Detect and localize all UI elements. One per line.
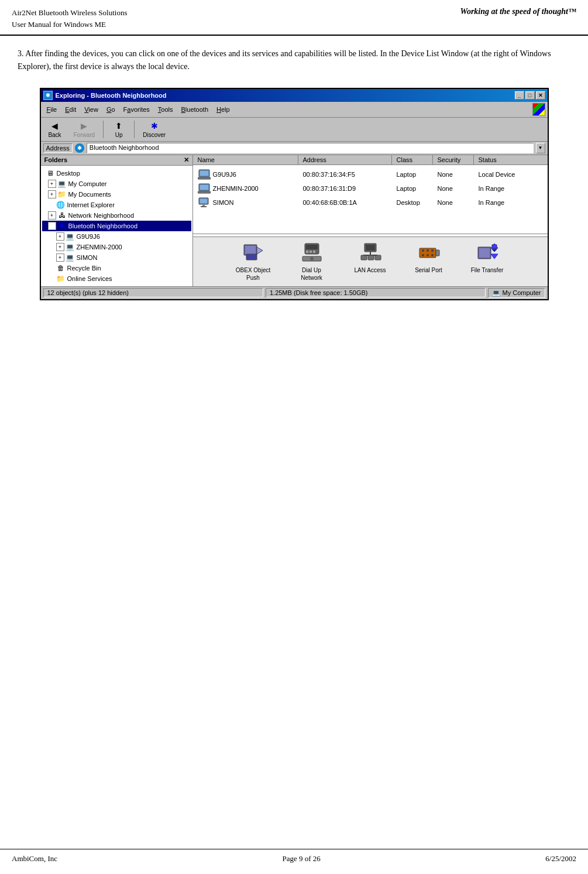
menu-view[interactable]: View: [81, 105, 102, 114]
service-dialup[interactable]: Dial Up Network: [291, 242, 332, 282]
back-icon: ◀: [49, 121, 61, 131]
main-content: 3. After finding the devices, you can cl…: [0, 42, 588, 335]
tree-item-network[interactable]: + 🖧 Network Neighborhood: [42, 210, 191, 221]
tree-item-g9u9j6[interactable]: + 💻 G9U9J6: [42, 231, 191, 242]
network-label: Network Neighborhood: [68, 212, 135, 219]
discover-label: Discover: [143, 132, 166, 138]
simon-icon: 💻: [66, 253, 75, 262]
folders-close-button[interactable]: ✕: [184, 156, 189, 164]
desktop-label: Desktop: [57, 170, 80, 177]
tree-item-my-computer[interactable]: + 💻 My Computer: [42, 179, 191, 189]
device-name-g9u9j6: G9U9J6: [213, 171, 236, 178]
menu-favorites[interactable]: Favorites: [120, 105, 153, 114]
maximize-button[interactable]: □: [525, 91, 535, 100]
network-expand[interactable]: +: [48, 211, 56, 220]
zhenmin-expand[interactable]: +: [56, 243, 64, 251]
col-header-status[interactable]: Status: [474, 155, 548, 164]
menu-tools[interactable]: Tools: [154, 105, 177, 114]
footer-date: 6/25/2002: [545, 854, 576, 863]
tree-item-online[interactable]: 📁 Online Services: [42, 273, 191, 284]
tree-item-recycle[interactable]: 🗑 Recycle Bin: [42, 263, 191, 273]
laptop-icon-zhenmin: [198, 183, 211, 194]
device-class-g9u9j6: Laptop: [394, 171, 435, 178]
address-bt-icon: ✱: [75, 143, 84, 153]
tree-item-my-documents[interactable]: + 📁 My Documents: [42, 189, 191, 200]
address-field[interactable]: Bluetooth Neighborhood: [87, 143, 534, 153]
window-title: Exploring - Bluetooth Neighborhood: [56, 92, 167, 99]
col-header-security[interactable]: Security: [433, 155, 474, 164]
service-serial[interactable]: Serial Port: [408, 242, 449, 282]
footer-company: AmbiCom, Inc: [12, 854, 57, 863]
discover-button[interactable]: ✱ Discover: [138, 119, 170, 139]
svg-rect-5: [198, 191, 211, 193]
bluetooth-expand[interactable]: -: [48, 222, 56, 230]
my-computer-status-label: My Computer: [502, 289, 541, 296]
svg-point-34: [431, 254, 434, 256]
folder-panel: Folders ✕ 🖥 Desktop + 💻 My: [41, 155, 193, 286]
svg-point-33: [427, 254, 429, 256]
manual-name: User Manual for Windows ME: [12, 19, 127, 30]
tree-item-bluetooth[interactable]: - ✱ Bluetooth Neighborhood: [42, 221, 191, 231]
title-controls[interactable]: _ □ ✕: [515, 91, 545, 100]
svg-rect-35: [436, 250, 439, 256]
tree-item-desktop[interactable]: 🖥 Desktop: [42, 168, 191, 179]
toolbar-separator-2: [134, 121, 135, 138]
tree-item-ie[interactable]: 🌐 Internet Explorer: [42, 200, 191, 210]
device-security-g9u9j6: None: [435, 171, 476, 178]
svg-rect-17: [310, 251, 312, 253]
toolbar-separator-1: [103, 121, 104, 138]
obex-label: OBEX Object Push: [233, 266, 274, 282]
tree-item-zhenmin[interactable]: + 💻 ZHENMIN-2000: [42, 242, 191, 252]
file-list: G9U9J6 00:80:37:16:34:F5 Laptop None Loc…: [193, 165, 548, 231]
back-button[interactable]: ◀ Back: [43, 119, 67, 139]
minimize-button[interactable]: _: [515, 91, 524, 100]
device-address-simon: 00:40:68:6B:0B:1A: [301, 199, 394, 206]
svg-point-31: [431, 249, 434, 252]
menu-bar: File Edit View Go Favorites Tools Blueto…: [41, 102, 548, 118]
tree-item-simon[interactable]: + 💻 SIMON: [42, 252, 191, 263]
menu-bluetooth[interactable]: Bluetooth: [178, 105, 212, 114]
close-button[interactable]: ✕: [536, 91, 545, 100]
col-header-name[interactable]: Name: [193, 155, 298, 164]
device-address-zhenmin: 00:80:37:16:31:D9: [301, 185, 394, 192]
my-computer-status-icon: 💻: [492, 289, 502, 296]
my-documents-expand[interactable]: +: [48, 190, 56, 198]
discover-icon: ✱: [149, 121, 160, 131]
my-computer-expand[interactable]: +: [48, 180, 56, 188]
simon-expand[interactable]: +: [56, 253, 64, 262]
services-area: OBEX Object Push: [193, 237, 548, 286]
svg-rect-25: [361, 255, 367, 260]
services-divider: [193, 234, 548, 234]
ie-label: Internet Explorer: [67, 201, 115, 208]
service-lan[interactable]: LAN Access: [350, 242, 391, 282]
bluetooth-icon: ✱: [57, 221, 67, 231]
menu-help[interactable]: Help: [213, 105, 233, 114]
windows-logo: [532, 103, 545, 116]
file-row-simon[interactable]: SIMON 00:40:68:6B:0B:1A Desktop None In …: [195, 196, 545, 210]
file-panel: Name Address Class Security Status: [193, 155, 548, 286]
folders-label: Folders: [44, 156, 68, 163]
svg-rect-26: [368, 255, 374, 260]
g9u9j6-expand[interactable]: +: [56, 232, 64, 241]
service-file-transfer[interactable]: File Transfer: [467, 242, 508, 282]
status-objects: 12 object(s) (plus 12 hidden): [43, 288, 263, 297]
col-header-address[interactable]: Address: [298, 155, 392, 164]
service-obex[interactable]: OBEX Object Push: [233, 242, 274, 282]
col-header-class[interactable]: Class: [392, 155, 433, 164]
menu-file[interactable]: File: [43, 105, 61, 114]
up-label: Up: [115, 132, 123, 138]
dialup-label: Dial Up Network: [291, 266, 332, 282]
up-icon: ⬆: [113, 121, 125, 131]
address-dropdown[interactable]: ▼: [536, 143, 545, 153]
file-row-zhenmin[interactable]: ZHENMIN-2000 00:80:37:16:31:D9 Laptop No…: [195, 181, 545, 196]
forward-button[interactable]: ▶ Forward: [69, 119, 100, 139]
recycle-label: Recycle Bin: [67, 265, 101, 272]
svg-rect-11: [245, 246, 256, 254]
svg-point-30: [427, 249, 429, 252]
recycle-icon: 🗑: [56, 263, 66, 273]
menu-go[interactable]: Go: [103, 105, 119, 114]
file-row-g9u9j6[interactable]: G9U9J6 00:80:37:16:34:F5 Laptop None Loc…: [195, 167, 545, 181]
my-computer-icon: 💻: [57, 179, 67, 188]
up-button[interactable]: ⬆ Up: [107, 119, 130, 139]
menu-edit[interactable]: Edit: [61, 105, 80, 114]
